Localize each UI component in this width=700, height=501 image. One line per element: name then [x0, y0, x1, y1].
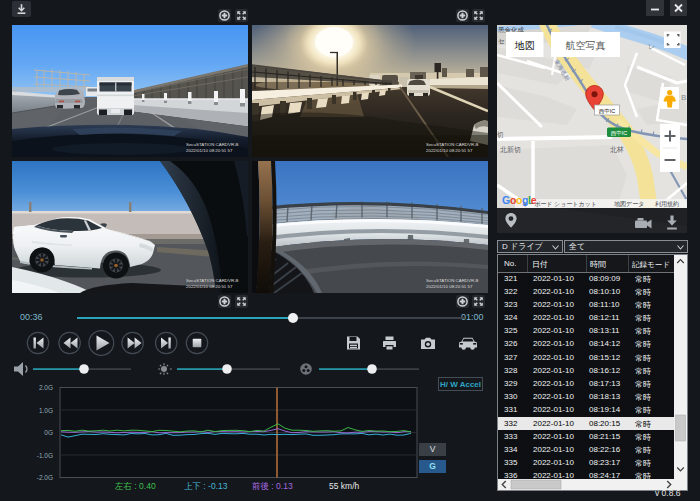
svg-text:地図データ: 地図データ [614, 201, 644, 208]
svg-text:e: e [531, 194, 537, 206]
svg-text:地図: 地図 [514, 40, 535, 51]
svg-text:北林: 北林 [610, 146, 624, 154]
svg-text:SecuSTATION CARDVR-B: SecuSTATION CARDVR-B [186, 142, 239, 147]
svg-text:2022/01/10 08:20:51 57: 2022/01/10 08:20:51 57 [426, 148, 473, 153]
svg-text:2022/01/10 08:20:51 57: 2022/01/10 08:20:51 57 [186, 284, 233, 289]
svg-text:-2.0G: -2.0G [37, 474, 53, 481]
svg-text:利用規約: 利用規約 [654, 200, 679, 208]
svg-text:2022/01/10 08:20:51 57: 2022/01/10 08:20:51 57 [186, 148, 233, 153]
svg-text:B: B [681, 93, 686, 102]
svg-text:北新切: 北新切 [500, 145, 521, 154]
svg-text:SecuSTATION CARDVR-B: SecuSTATION CARDVR-B [186, 278, 239, 283]
svg-text:切: 切 [497, 131, 504, 139]
svg-text:SecuSTATION CARDVR-B: SecuSTATION CARDVR-B [426, 278, 479, 283]
svg-text:2.0G: 2.0G [39, 384, 53, 391]
svg-text:レ: レ [648, 42, 656, 51]
svg-text:SecuSTATION CARDVR-B: SecuSTATION CARDVR-B [426, 142, 479, 147]
svg-text:セ: セ [498, 37, 505, 44]
svg-text:西中IC: 西中IC [599, 108, 616, 115]
svg-text:-1.0G: -1.0G [37, 452, 53, 459]
svg-text:1.0G: 1.0G [39, 407, 53, 414]
svg-text:西中IC: 西中IC [611, 130, 628, 137]
svg-text:2022/01/10 08:20:51 57: 2022/01/10 08:20:51 57 [426, 284, 473, 289]
svg-text:航空写真: 航空写真 [566, 40, 606, 51]
svg-text:G: G [502, 194, 510, 206]
svg-text:0G: 0G [44, 429, 53, 436]
